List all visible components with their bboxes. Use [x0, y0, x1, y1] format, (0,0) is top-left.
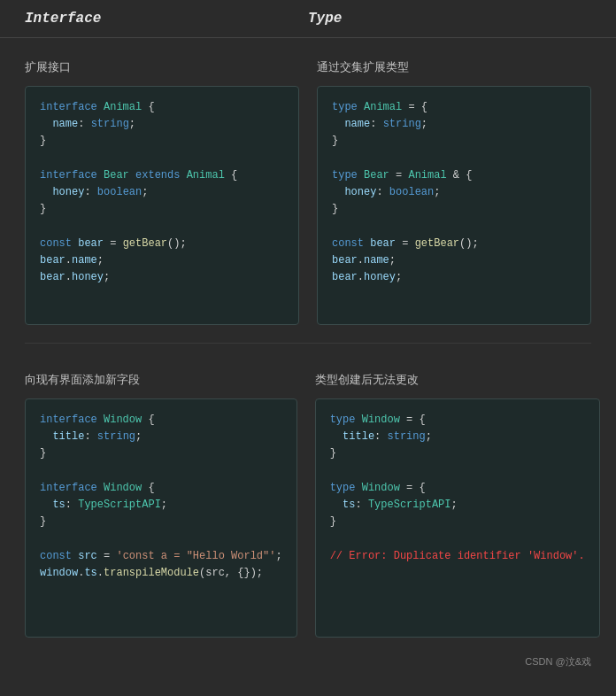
footer: CSDN @汶&戏: [0, 648, 616, 676]
section-col-type-extend: 通过交集扩展类型 type Animal = { name: string; }…: [317, 59, 591, 325]
code-line: }: [40, 514, 282, 530]
code-line: [330, 463, 585, 480]
section-col-type-immutable: 类型创建后无法更改 type Window = { title: string;…: [315, 372, 600, 638]
code-line: type Bear = Animal & {: [332, 167, 576, 184]
section-col-interface-add: 向现有界面添加新字段 interface Window { title: str…: [25, 372, 297, 638]
code-line: [40, 463, 282, 480]
code-line: [40, 218, 284, 235]
section-col-interface-extend: 扩展接口 interface Animal { name: string; } …: [25, 59, 299, 325]
code-line: [332, 151, 576, 167]
code-line: bear.honey;: [332, 269, 576, 286]
code-block-type-extend: type Animal = { name: string; } type Bea…: [317, 86, 591, 325]
code-line: bear.honey;: [40, 269, 284, 286]
code-line: bear.name;: [40, 252, 284, 269]
code-line: [40, 151, 284, 167]
code-line: honey: boolean;: [332, 184, 576, 201]
code-line: interface Window {: [40, 412, 282, 429]
code-line: title: string;: [40, 429, 282, 445]
code-line: }: [330, 514, 585, 530]
code-line: interface Animal {: [40, 99, 284, 116]
code-line: }: [40, 445, 282, 462]
section-divider: [25, 343, 591, 344]
header-col-interface: Interface: [25, 11, 308, 27]
code-line: name: string;: [40, 116, 284, 133]
code-line: type Window = {: [330, 412, 585, 429]
code-line: }: [332, 133, 576, 150]
code-line: }: [40, 201, 284, 218]
header-col-type: Type: [308, 11, 591, 27]
code-line: }: [40, 133, 284, 150]
code-line: }: [330, 445, 585, 462]
code-line: [332, 218, 576, 235]
code-block-type-immutable: type Window = { title: string; } type Wi…: [315, 398, 600, 638]
code-line: honey: boolean;: [40, 184, 284, 201]
code-line: interface Window {: [40, 480, 282, 497]
header-title-interface: Interface: [25, 11, 101, 27]
section-label-interface-add: 向现有界面添加新字段: [25, 372, 297, 388]
code-line: [330, 530, 585, 547]
code-line: type Window = {: [330, 480, 585, 497]
footer-credit: CSDN @汶&戏: [525, 656, 591, 667]
section-label-interface-extend: 扩展接口: [25, 59, 299, 75]
code-line: name: string;: [332, 116, 576, 133]
code-block-interface-extend: interface Animal { name: string; } inter…: [25, 86, 299, 325]
section-immutable: 向现有界面添加新字段 interface Window { title: str…: [0, 351, 616, 648]
code-line: interface Bear extends Animal {: [40, 167, 284, 184]
code-line: ts: TypeScriptAPI;: [330, 497, 585, 514]
code-line: [40, 530, 282, 547]
code-line: bear.name;: [332, 252, 576, 269]
code-line: // Error: Duplicate identifier 'Window'.: [330, 548, 585, 565]
section-extend: 扩展接口 interface Animal { name: string; } …: [0, 38, 616, 336]
header: Interface Type: [0, 0, 616, 38]
code-line: type Animal = {: [332, 99, 576, 116]
code-block-interface-add: interface Window { title: string; } inte…: [25, 398, 297, 638]
section-label-type-immutable: 类型创建后无法更改: [315, 372, 600, 388]
code-line: ts: TypeScriptAPI;: [40, 497, 282, 514]
code-line: window.ts.transpileModule(src, {});: [40, 565, 282, 582]
code-line: const src = 'const a = "Hello World"';: [40, 548, 282, 565]
header-title-type: Type: [308, 11, 342, 27]
code-line: const bear = getBear();: [332, 236, 576, 252]
section-label-type-extend: 通过交集扩展类型: [317, 59, 591, 75]
code-line: title: string;: [330, 429, 585, 445]
code-line: const bear = getBear();: [40, 236, 284, 252]
code-line: }: [332, 201, 576, 218]
